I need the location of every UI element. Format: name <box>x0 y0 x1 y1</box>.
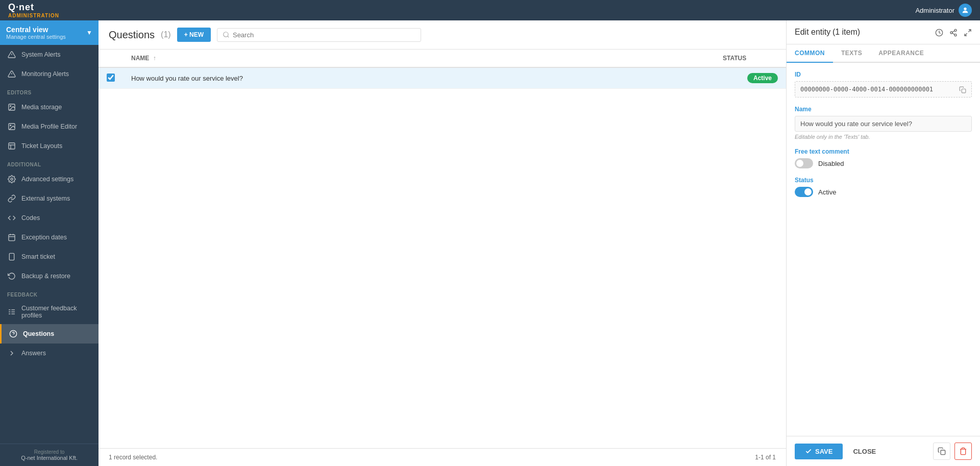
sidebar-item-label: Codes <box>21 214 91 222</box>
field-id-value: 00000000-0000-4000-0014-000000000001 <box>795 81 972 97</box>
table-container: NAME ↑ STATUS How would <box>99 50 786 448</box>
duplicate-button[interactable] <box>933 443 950 460</box>
sidebar-item-label: Exception dates <box>21 234 91 241</box>
edit-panel: Edit entity (1 item) <box>786 20 980 466</box>
edit-tabs: COMMON TEXTS APPEARANCE <box>787 44 980 63</box>
sidebar-footer: Registered to Q-net International Kft. <box>0 444 99 466</box>
list-panel: Questions (1) + NEW NA <box>99 20 786 466</box>
row-checkbox[interactable] <box>107 73 115 82</box>
sidebar-item-ticket-layouts[interactable]: Ticket Layouts <box>0 136 99 156</box>
svg-line-34 <box>952 31 955 32</box>
edit-footer: SAVE CLOSE <box>787 436 980 466</box>
svg-line-33 <box>952 33 955 35</box>
field-group-free-text: Free text comment Disabled <box>795 148 972 168</box>
close-button[interactable]: CLOSE <box>848 444 881 459</box>
search-input[interactable] <box>233 31 415 39</box>
layout-icon <box>7 141 16 151</box>
svg-point-27 <box>224 32 228 37</box>
svg-line-35 <box>968 30 971 32</box>
user-name: Administrator <box>915 7 954 14</box>
svg-line-36 <box>965 33 967 36</box>
history-icon-button[interactable] <box>935 28 943 37</box>
sidebar-item-monitoring-alerts[interactable]: Monitoring Alerts <box>0 64 99 84</box>
th-status: STATUS <box>715 50 786 67</box>
footer-selected: 1 record selected. <box>109 454 157 461</box>
sidebar-item-label: Customer feedback profiles <box>21 305 91 319</box>
sidebar-item-media-profile-editor[interactable]: Media Profile Editor <box>0 117 99 136</box>
svg-rect-37 <box>962 89 966 93</box>
field-name-label: Name <box>795 106 972 113</box>
sidebar-item-backup-restore[interactable]: Backup & restore <box>0 266 99 286</box>
topbar-user[interactable]: Administrator <box>915 4 972 17</box>
field-name-input[interactable] <box>795 116 972 132</box>
svg-rect-38 <box>941 450 945 455</box>
list-count: (1) <box>161 30 171 39</box>
sidebar-item-smart-ticket[interactable]: Smart ticket <box>0 247 99 266</box>
sidebar-item-label: Media Profile Editor <box>21 123 91 130</box>
sidebar-item-media-storage[interactable]: Media storage <box>0 97 99 117</box>
delete-icon <box>959 447 967 455</box>
edit-header: Edit entity (1 item) <box>787 20 980 44</box>
logo: Q·net ADMINISTRATION <box>8 2 59 18</box>
field-group-name: Name Editable only in the 'Texts' tab. <box>795 106 972 140</box>
arrow-right-icon <box>7 349 16 358</box>
sidebar-title: Central view <box>6 26 66 34</box>
svg-point-31 <box>950 32 952 34</box>
list-title: Questions <box>109 29 155 41</box>
sort-arrow-icon: ↑ <box>153 55 156 62</box>
tab-common[interactable]: COMMON <box>787 44 833 63</box>
toggle-status[interactable] <box>795 187 813 197</box>
settings-icon <box>7 175 16 184</box>
edit-header-icons <box>935 28 972 37</box>
field-name-hint: Editable only in the 'Texts' tab. <box>795 134 972 140</box>
alert-triangle-icon <box>7 50 16 59</box>
section-editors-label: EDITORS <box>0 84 99 97</box>
sidebar-item-label: System Alerts <box>21 51 91 58</box>
share-icon-button[interactable] <box>949 28 958 37</box>
users-icon <box>7 307 16 316</box>
save-button[interactable]: SAVE <box>795 444 843 459</box>
sidebar-item-exception-dates[interactable]: Exception dates <box>0 228 99 247</box>
check-icon <box>805 448 812 455</box>
sidebar-header-content: Central view Manage central settings <box>6 26 66 40</box>
svg-rect-9 <box>9 143 15 149</box>
th-name[interactable]: NAME ↑ <box>123 50 715 67</box>
sidebar-item-answers[interactable]: Answers <box>0 344 99 363</box>
code-icon <box>7 213 16 223</box>
expand-icon-button[interactable] <box>964 28 972 37</box>
sidebar-central-view[interactable]: Central view Manage central settings ▼ <box>0 20 99 45</box>
sidebar-item-system-alerts[interactable]: System Alerts <box>0 45 99 64</box>
toggle-status-wrapper: Active <box>795 187 972 197</box>
field-group-status: Status Active <box>795 177 972 197</box>
duplicate-icon <box>938 447 946 455</box>
sidebar-item-label: Smart ticket <box>21 253 91 260</box>
toggle-free-text[interactable] <box>795 158 813 168</box>
new-button[interactable]: + NEW <box>177 28 211 42</box>
chevron-down-icon: ▼ <box>86 29 92 36</box>
tab-appearance[interactable]: APPEARANCE <box>870 44 932 63</box>
sidebar-item-label: Monitoring Alerts <box>21 70 91 78</box>
delete-button[interactable] <box>954 443 972 460</box>
search-wrapper <box>217 28 421 42</box>
svg-point-12 <box>11 178 13 180</box>
questions-table: NAME ↑ STATUS How would <box>99 50 786 89</box>
field-id-label: ID <box>795 71 972 78</box>
sidebar-item-advanced-settings[interactable]: Advanced settings <box>0 169 99 189</box>
avatar[interactable] <box>959 4 972 17</box>
svg-point-8 <box>10 125 11 126</box>
edit-title: Edit entity <box>795 28 830 36</box>
sidebar-item-label: Questions <box>23 330 91 337</box>
svg-point-32 <box>954 34 957 36</box>
sidebar-item-external-systems[interactable]: External systems <box>0 189 99 208</box>
tab-texts[interactable]: TEXTS <box>833 44 870 63</box>
sidebar-item-codes[interactable]: Codes <box>0 208 99 228</box>
status-badge: Active <box>747 73 778 83</box>
sidebar-item-questions[interactable]: Questions <box>0 324 99 344</box>
copy-icon[interactable] <box>959 85 966 93</box>
section-additional-label: ADDITIONAL <box>0 156 99 169</box>
table-row[interactable]: How would you rate our service level? Ac… <box>99 67 786 89</box>
topbar: Q·net ADMINISTRATION Administrator <box>0 0 980 20</box>
sidebar-item-customer-feedback-profiles[interactable]: Customer feedback profiles <box>0 300 99 324</box>
svg-point-0 <box>964 8 966 10</box>
calendar-icon <box>7 233 16 242</box>
